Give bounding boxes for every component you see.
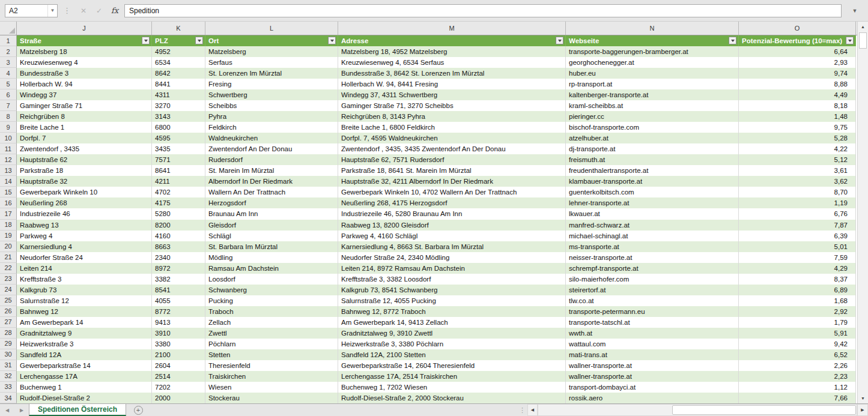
cell-M6[interactable]: Windegg 37, 4311 Schwertberg [338, 89, 566, 100]
row-header-32[interactable]: 32 [0, 371, 17, 382]
cell-O27[interactable]: 1,79 [739, 317, 856, 328]
cell-M3[interactable]: Kreuzwiesenweg 4, 6534 Serfaus [338, 57, 566, 68]
scroll-up-icon[interactable]: ▲ [858, 22, 868, 32]
cell-M9[interactable]: Breite Lache 1, 6800 Feldkirch [338, 122, 566, 133]
column-header-O[interactable]: O [739, 22, 856, 35]
cell-K4[interactable]: 8642 [152, 68, 205, 79]
cell-J20[interactable]: Karnersiedlung 4 [17, 241, 152, 252]
row-header-7[interactable]: 7 [0, 100, 17, 111]
cell-M5[interactable]: Hollerbach W. 94, 8441 Fresing [338, 79, 566, 89]
add-sheet-button[interactable]: + [126, 404, 150, 416]
cell-O32[interactable]: 2,23 [739, 371, 856, 382]
cell-J32[interactable]: Lerchengasse 17A [17, 371, 152, 382]
cell-J33[interactable]: Buchenweg 1 [17, 382, 152, 393]
cell-K12[interactable]: 7571 [152, 154, 205, 165]
cell-L17[interactable]: Braunau Am Inn [205, 208, 338, 219]
row-header-5[interactable]: 5 [0, 79, 17, 89]
cell-J27[interactable]: Am Gewerbepark 14 [17, 317, 152, 328]
cell-M23[interactable]: Krefftstraße 3, 3382 Loosdorf [338, 274, 566, 285]
tab-nav-right-icon[interactable]: ▶ [14, 404, 29, 416]
cell-N20[interactable]: ms-transporte.at [566, 241, 739, 252]
row-header-22[interactable]: 22 [0, 263, 17, 274]
cell-K8[interactable]: 3143 [152, 111, 205, 122]
cell-L29[interactable]: Pöchlarn [205, 339, 338, 349]
cell-M27[interactable]: Am Gewerbepark 14, 9413 Zellach [338, 317, 566, 328]
cell-J28[interactable]: Gradnitztalweg 9 [17, 328, 152, 339]
cell-O30[interactable]: 6,52 [739, 349, 856, 360]
cell-M13[interactable]: Parkstraße 18, 8641 St. Marein Im Mürzta… [338, 165, 566, 176]
cell-J22[interactable]: Leiten 214 [17, 263, 152, 274]
column-header-L[interactable]: L [205, 22, 338, 35]
cell-L30[interactable]: Stetten [205, 349, 338, 360]
cell-M17[interactable]: Industriezeile 46, 5280 Braunau Am Inn [338, 208, 566, 219]
cell-O21[interactable]: 7,59 [739, 252, 856, 263]
cell-M33[interactable]: Buchenweg 1, 7202 Wiesen [338, 382, 566, 393]
row-header-13[interactable]: 13 [0, 165, 17, 176]
column-header-M[interactable]: M [338, 22, 566, 35]
cell-M26[interactable]: Bahnweg 12, 8772 Traboch [338, 306, 566, 317]
enter-icon[interactable]: ✓ [91, 4, 107, 17]
cell-K10[interactable]: 4595 [152, 133, 205, 143]
cell-J31[interactable]: Gewerbeparkstraße 14 [17, 360, 152, 371]
cell-J4[interactable]: Bundesstraße 3 [17, 68, 152, 79]
row-header-31[interactable]: 31 [0, 360, 17, 371]
cell-O31[interactable]: 2,26 [739, 360, 856, 371]
cell-L16[interactable]: Herzogsdorf [205, 197, 338, 208]
cell-L33[interactable]: Wiesen [205, 382, 338, 393]
cell-M8[interactable]: Reichgrüben 8, 3143 Pyhra [338, 111, 566, 122]
cell-O33[interactable]: 1,12 [739, 382, 856, 393]
cell-N5[interactable]: rp-transport.at [566, 79, 739, 89]
cell-L11[interactable]: Zwentendorf An Der Donau [205, 143, 338, 154]
cell-K29[interactable]: 3380 [152, 339, 205, 349]
cell-N33[interactable]: transport-dombayci.at [566, 382, 739, 393]
row-header-29[interactable]: 29 [0, 339, 17, 349]
cell-M34[interactable]: Rudolf-Diesel-Straße 2, 2000 Stockerau [338, 393, 566, 403]
cell-L8[interactable]: Pyhra [205, 111, 338, 122]
cell-M31[interactable]: Gewerbeparkstraße 14, 2604 Theresienfeld [338, 360, 566, 371]
cell-N27[interactable]: transporte-tatschl.at [566, 317, 739, 328]
cell-N17[interactable]: lkwauer.at [566, 208, 739, 219]
cell-N25[interactable]: tlw.co.at [566, 295, 739, 306]
cell-N21[interactable]: neisser-transporte.at [566, 252, 739, 263]
cell-L10[interactable]: Waldneukirchen [205, 133, 338, 143]
cell-K7[interactable]: 3270 [152, 100, 205, 111]
cell-O7[interactable]: 8,18 [739, 100, 856, 111]
cell-N12[interactable]: freismuth.at [566, 154, 739, 165]
cell-O9[interactable]: 9,75 [739, 122, 856, 133]
cell-N10[interactable]: atzelhuber.at [566, 133, 739, 143]
cell-M15[interactable]: Gewerbepark Winkeln 10, 4702 Wallern An … [338, 187, 566, 197]
cell-O16[interactable]: 1,19 [739, 197, 856, 208]
cancel-icon[interactable]: ✕ [76, 4, 91, 17]
cell-L5[interactable]: Fresing [205, 79, 338, 89]
cell-M7[interactable]: Gaminger Straße 71, 3270 Scheibbs [338, 100, 566, 111]
cell-N3[interactable]: georghochenegger.at [566, 57, 739, 68]
cell-M21[interactable]: Neudorfer Straße 24, 2340 Mödling [338, 252, 566, 263]
cell-L6[interactable]: Schwertberg [205, 89, 338, 100]
cell-K31[interactable]: 2604 [152, 360, 205, 371]
column-header-N[interactable]: N [566, 22, 739, 35]
cell-O26[interactable]: 2,92 [739, 306, 856, 317]
cell-N7[interactable]: kraml-scheibbs.at [566, 100, 739, 111]
cell-N24[interactable]: steirertorf.at [566, 285, 739, 295]
cell-J26[interactable]: Bahnweg 12 [17, 306, 152, 317]
row-header-3[interactable]: 3 [0, 57, 17, 68]
cell-O12[interactable]: 5,12 [739, 154, 856, 165]
cell-K15[interactable]: 4702 [152, 187, 205, 197]
filter-dropdown-icon[interactable] [195, 37, 203, 44]
row-header-27[interactable]: 27 [0, 317, 17, 328]
row-header-2[interactable]: 2 [0, 46, 17, 57]
cell-N11[interactable]: dj-transporte.at [566, 143, 739, 154]
cell-N4[interactable]: huber.eu [566, 68, 739, 79]
cell-N6[interactable]: kaltenberger-transporte.at [566, 89, 739, 100]
cell-M24[interactable]: Kalkgrub 73, 8541 Schwanberg [338, 285, 566, 295]
cell-K27[interactable]: 9413 [152, 317, 205, 328]
cell-J10[interactable]: Dorfpl. 7 [17, 133, 152, 143]
cell-K17[interactable]: 5280 [152, 208, 205, 219]
cell-L7[interactable]: Scheibbs [205, 100, 338, 111]
vertical-scrollbar[interactable]: ▲ ▼ [857, 22, 868, 403]
cell-K5[interactable]: 8441 [152, 79, 205, 89]
cell-O15[interactable]: 8,70 [739, 187, 856, 197]
cell-K13[interactable]: 8641 [152, 165, 205, 176]
row-header-1[interactable]: 1 [0, 35, 17, 46]
cell-J13[interactable]: Parkstraße 18 [17, 165, 152, 176]
